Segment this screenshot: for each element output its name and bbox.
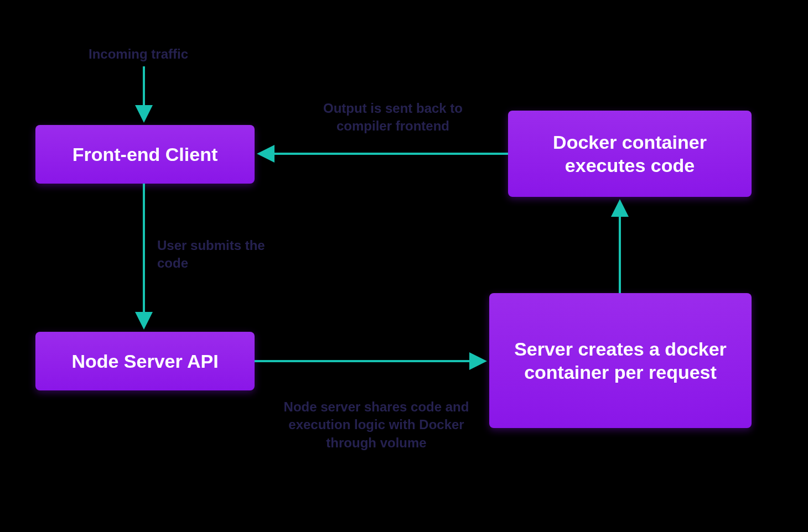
architecture-diagram: Front-end Client Node Server API Server … bbox=[0, 0, 808, 532]
edge-label-share: Node server shares code and execution lo… bbox=[271, 398, 481, 452]
arrows-layer bbox=[0, 0, 808, 532]
node-frontend-client: Front-end Client bbox=[35, 125, 255, 184]
edge-label-incoming: Incoming traffic bbox=[89, 45, 188, 63]
edge-label-output: Output is sent back to compiler frontend bbox=[299, 100, 487, 135]
edge-label-submit: User submits the code bbox=[157, 237, 279, 273]
node-node-server-api: Node Server API bbox=[35, 332, 255, 390]
node-server-creates-container: Server creates a docker container per re… bbox=[489, 293, 752, 428]
node-docker-executes: Docker container executes code bbox=[508, 111, 752, 197]
